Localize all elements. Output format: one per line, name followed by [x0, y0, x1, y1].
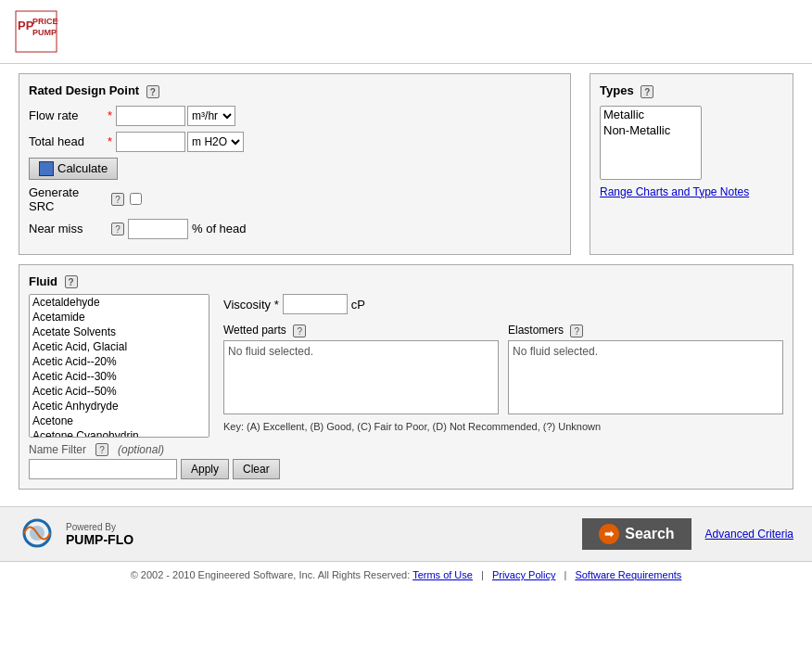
- flow-rate-required: *: [108, 108, 112, 122]
- total-head-required: *: [108, 134, 112, 148]
- fluid-listbox[interactable]: Acetaldehyde Acetamide Acetate Solvents …: [29, 294, 209, 438]
- search-label: Search: [625, 526, 674, 542]
- pump-flo-text: Powered By PUMP-FLO: [66, 522, 133, 547]
- elastomers-help-icon[interactable]: ?: [570, 324, 583, 337]
- types-panel: Types ? Metallic Non-Metallic Range Char…: [590, 73, 793, 255]
- name-filter-help-icon[interactable]: ?: [95, 443, 108, 456]
- main-content: Rated Design Point ? Flow rate * m³/hr L…: [0, 64, 812, 506]
- list-item[interactable]: Acetic Acid--20%: [30, 354, 209, 369]
- type-metallic[interactable]: Metallic: [601, 107, 701, 122]
- wetted-parts-label-text: Wetted parts: [223, 324, 286, 337]
- types-listbox[interactable]: Metallic Non-Metallic: [600, 106, 702, 180]
- fluid-help-icon[interactable]: ?: [65, 275, 78, 288]
- wetted-elastomers-section: Wetted parts ? No fluid selected. Elasto…: [223, 324, 783, 414]
- top-section: Rated Design Point ? Flow rate * m³/hr L…: [19, 73, 793, 255]
- footer-sep-2: |: [564, 569, 566, 580]
- generate-src-row: Generate SRC ?: [29, 185, 561, 213]
- svg-text:PUMP CO.: PUMP CO.: [32, 28, 58, 37]
- footer: © 2002 - 2010 Engineered Software, Inc. …: [0, 561, 812, 588]
- rdp-title-text: Rated Design Point: [29, 83, 139, 97]
- wetted-parts-label: Wetted parts ?: [223, 324, 499, 337]
- list-item[interactable]: Acetamide: [30, 310, 209, 324]
- elastomers-placeholder: No fluid selected.: [513, 345, 598, 358]
- bottom-bar: Powered By PUMP-FLO ➡ Search Advanced Cr…: [0, 506, 812, 561]
- privacy-policy-link[interactable]: Privacy Policy: [492, 569, 555, 580]
- name-filter-optional: (optional): [118, 443, 164, 456]
- software-requirements-link[interactable]: Software Requirements: [575, 569, 681, 580]
- name-filter-controls: Apply Clear: [29, 459, 209, 479]
- range-charts-link[interactable]: Range Charts and Type Notes: [600, 185, 783, 198]
- pump-flo-svg: [19, 516, 60, 549]
- near-miss-input[interactable]: [128, 219, 188, 239]
- flow-rate-row: Flow rate * m³/hr L/min GPM: [29, 106, 561, 126]
- calc-icon: [39, 161, 54, 176]
- elastomers-label: Elastomers ?: [508, 324, 783, 337]
- wetted-parts-help-icon[interactable]: ?: [293, 324, 306, 337]
- elastomers-box: No fluid selected.: [508, 340, 783, 414]
- viscosity-input[interactable]: [283, 294, 348, 314]
- near-miss-help-icon[interactable]: ?: [111, 223, 124, 235]
- generate-src-label: Generate SRC: [29, 185, 108, 213]
- wetted-parts-col: Wetted parts ? No fluid selected.: [223, 324, 499, 414]
- calculate-label: Calculate: [57, 161, 108, 175]
- flow-rate-input[interactable]: [116, 106, 185, 126]
- near-miss-suffix: % of head: [192, 222, 247, 235]
- viscosity-unit: cP: [351, 298, 365, 312]
- fluid-right: Viscosity * cP Wetted parts ? No fluid s…: [223, 294, 783, 479]
- list-item[interactable]: Acetic Anhydryde: [30, 399, 209, 414]
- brand-name-text: PUMP-FLO: [66, 532, 133, 547]
- near-miss-row: Near miss ? % of head: [29, 219, 561, 239]
- list-item[interactable]: Acetate Solvents: [30, 324, 209, 339]
- type-non-metallic[interactable]: Non-Metallic: [601, 122, 701, 138]
- list-item[interactable]: Acetone: [30, 414, 209, 428]
- calculate-button[interactable]: Calculate: [29, 158, 118, 180]
- header: PP PRICE® PUMP CO.: [0, 0, 812, 64]
- rated-design-point-title: Rated Design Point ?: [29, 83, 561, 98]
- elastomers-col: Elastomers ? No fluid selected.: [508, 324, 783, 414]
- svg-text:PRICE®: PRICE®: [32, 17, 58, 26]
- total-head-input[interactable]: [116, 132, 185, 152]
- terms-of-use-link[interactable]: Terms of Use: [412, 569, 473, 580]
- name-filter-label: Name Filter: [29, 443, 86, 456]
- near-miss-label: Near miss: [29, 222, 108, 235]
- advanced-criteria-link[interactable]: Advanced Criteria: [705, 528, 793, 541]
- wetted-parts-placeholder: No fluid selected.: [228, 345, 313, 358]
- key-text: Key: (A) Excellent, (B) Good, (C) Fair t…: [223, 420, 783, 434]
- list-item[interactable]: Acetone Cyanohydrin: [30, 428, 209, 438]
- list-item[interactable]: Acetic Acid--50%: [30, 384, 209, 399]
- flow-rate-unit-select[interactable]: m³/hr L/min GPM: [187, 106, 235, 126]
- generate-src-help-icon[interactable]: ?: [111, 193, 124, 206]
- total-head-unit-select[interactable]: m H2O ft H2O psi: [187, 132, 244, 152]
- powered-by-text: Powered By: [66, 522, 133, 532]
- flow-rate-label: Flow rate: [29, 108, 108, 122]
- viscosity-label: Viscosity *: [223, 298, 279, 312]
- fluid-section: Fluid ? Acetaldehyde Acetamide Acetate S…: [19, 264, 793, 490]
- name-filter-row: Name Filter ? (optional): [29, 443, 209, 456]
- list-item[interactable]: Acetic Acid, Glacial: [30, 339, 209, 354]
- generate-src-checkbox[interactable]: [130, 193, 142, 205]
- name-filter-input[interactable]: [29, 459, 177, 479]
- search-button-area: ➡ Search Advanced Criteria: [582, 518, 793, 550]
- search-button[interactable]: ➡ Search: [582, 518, 691, 550]
- elastomers-label-text: Elastomers: [508, 324, 564, 337]
- rdp-help-icon[interactable]: ?: [146, 85, 159, 98]
- fluid-list-col: Acetaldehyde Acetamide Acetate Solvents …: [29, 294, 209, 479]
- apply-button[interactable]: Apply: [181, 459, 229, 479]
- total-head-label: Total head: [29, 134, 108, 148]
- rated-design-point-panel: Rated Design Point ? Flow rate * m³/hr L…: [19, 73, 571, 255]
- footer-copyright: © 2002 - 2010 Engineered Software, Inc. …: [131, 569, 411, 580]
- wetted-parts-box: No fluid selected.: [223, 340, 499, 414]
- fluid-label: Fluid: [29, 274, 57, 288]
- fluid-content: Acetaldehyde Acetamide Acetate Solvents …: [29, 294, 783, 479]
- types-title: Types ?: [600, 83, 783, 98]
- types-title-text: Types: [600, 83, 634, 97]
- viscosity-row: Viscosity * cP: [223, 294, 783, 314]
- pump-flo-logo-graphic: [19, 516, 60, 552]
- types-help-icon[interactable]: ?: [641, 85, 653, 98]
- list-item[interactable]: Acetic Acid--30%: [30, 369, 209, 384]
- total-head-row: Total head * m H2O ft H2O psi: [29, 132, 561, 152]
- company-logo: PP PRICE® PUMP CO.: [14, 9, 58, 54]
- list-item[interactable]: Acetaldehyde: [30, 295, 209, 310]
- pump-flo-logo: Powered By PUMP-FLO: [19, 516, 133, 552]
- footer-sep-1: |: [481, 569, 484, 580]
